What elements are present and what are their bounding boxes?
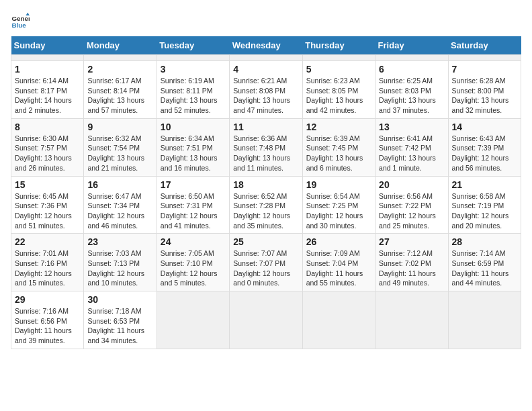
day-cell: 18Sunrise: 6:52 AM Sunset: 7:28 PM Dayli… xyxy=(230,176,302,234)
col-header-monday: Monday xyxy=(84,36,157,55)
week-row-4: 22Sunrise: 7:01 AM Sunset: 7:16 PM Dayli… xyxy=(11,234,521,291)
day-number: 10 xyxy=(161,122,226,132)
day-cell: 4Sunrise: 6:21 AM Sunset: 8:08 PM Daylig… xyxy=(230,61,302,119)
day-info: Sunrise: 6:54 AM Sunset: 7:25 PM Dayligh… xyxy=(306,191,371,231)
day-cell xyxy=(157,55,229,61)
day-number: 15 xyxy=(15,179,80,190)
day-number: 3 xyxy=(161,64,226,75)
day-info: Sunrise: 6:56 AM Sunset: 7:22 PM Dayligh… xyxy=(379,191,444,231)
day-info: Sunrise: 7:16 AM Sunset: 6:56 PM Dayligh… xyxy=(15,306,80,346)
svg-marker-2 xyxy=(26,13,30,15)
logo: General Blue xyxy=(11,11,31,30)
day-info: Sunrise: 6:28 AM Sunset: 8:00 PM Dayligh… xyxy=(452,76,517,116)
day-info: Sunrise: 7:14 AM Sunset: 6:59 PM Dayligh… xyxy=(452,248,517,288)
col-header-thursday: Thursday xyxy=(302,36,375,55)
day-info: Sunrise: 6:32 AM Sunset: 7:54 PM Dayligh… xyxy=(87,134,152,173)
day-number: 1 xyxy=(15,64,80,75)
col-header-sunday: Sunday xyxy=(11,36,84,55)
day-cell: 15Sunrise: 6:45 AM Sunset: 7:36 PM Dayli… xyxy=(11,176,84,234)
logo-icon: General Blue xyxy=(11,11,30,30)
day-info: Sunrise: 7:12 AM Sunset: 7:02 PM Dayligh… xyxy=(379,248,444,288)
day-cell: 25Sunrise: 7:07 AM Sunset: 7:07 PM Dayli… xyxy=(230,234,302,291)
day-number: 17 xyxy=(161,179,226,190)
day-number: 30 xyxy=(87,294,152,305)
day-cell: 14Sunrise: 6:43 AM Sunset: 7:39 PM Dayli… xyxy=(448,118,521,176)
day-info: Sunrise: 6:41 AM Sunset: 7:42 PM Dayligh… xyxy=(379,134,444,173)
day-number: 29 xyxy=(15,294,80,305)
day-cell: 23Sunrise: 7:03 AM Sunset: 7:13 PM Dayli… xyxy=(84,234,157,291)
col-header-wednesday: Wednesday xyxy=(230,36,302,55)
day-info: Sunrise: 6:47 AM Sunset: 7:34 PM Dayligh… xyxy=(87,191,152,231)
day-cell: 3Sunrise: 6:19 AM Sunset: 8:11 PM Daylig… xyxy=(157,61,229,119)
day-cell: 16Sunrise: 6:47 AM Sunset: 7:34 PM Dayli… xyxy=(84,176,157,234)
day-number: 26 xyxy=(306,236,371,247)
day-number: 27 xyxy=(379,236,444,247)
day-cell: 19Sunrise: 6:54 AM Sunset: 7:25 PM Dayli… xyxy=(302,176,375,234)
day-number: 24 xyxy=(161,236,226,247)
day-cell: 22Sunrise: 7:01 AM Sunset: 7:16 PM Dayli… xyxy=(11,234,84,291)
day-info: Sunrise: 6:14 AM Sunset: 8:17 PM Dayligh… xyxy=(15,76,80,116)
day-cell: 24Sunrise: 7:05 AM Sunset: 7:10 PM Dayli… xyxy=(157,234,229,291)
day-number: 23 xyxy=(87,236,152,247)
day-number: 2 xyxy=(87,64,152,75)
day-cell: 7Sunrise: 6:28 AM Sunset: 8:00 PM Daylig… xyxy=(448,61,521,119)
day-number: 14 xyxy=(452,122,517,132)
day-number: 4 xyxy=(233,64,298,75)
day-cell xyxy=(375,291,448,349)
svg-text:Blue: Blue xyxy=(11,21,26,29)
day-info: Sunrise: 7:09 AM Sunset: 7:04 PM Dayligh… xyxy=(306,248,371,288)
header-row: SundayMondayTuesdayWednesdayThursdayFrid… xyxy=(11,36,521,55)
day-number: 16 xyxy=(87,179,152,190)
day-cell xyxy=(230,55,302,61)
day-info: Sunrise: 6:30 AM Sunset: 7:57 PM Dayligh… xyxy=(15,134,80,173)
day-number: 8 xyxy=(15,122,80,132)
week-row-2: 8Sunrise: 6:30 AM Sunset: 7:57 PM Daylig… xyxy=(11,118,521,176)
day-cell: 29Sunrise: 7:16 AM Sunset: 6:56 PM Dayli… xyxy=(11,291,84,349)
day-info: Sunrise: 6:52 AM Sunset: 7:28 PM Dayligh… xyxy=(233,191,298,231)
day-cell xyxy=(230,291,302,349)
day-cell: 6Sunrise: 6:25 AM Sunset: 8:03 PM Daylig… xyxy=(375,61,448,119)
day-cell: 27Sunrise: 7:12 AM Sunset: 7:02 PM Dayli… xyxy=(375,234,448,291)
day-info: Sunrise: 6:39 AM Sunset: 7:45 PM Dayligh… xyxy=(306,134,371,173)
day-number: 11 xyxy=(233,122,298,132)
day-number: 19 xyxy=(306,179,371,190)
day-info: Sunrise: 6:34 AM Sunset: 7:51 PM Dayligh… xyxy=(161,134,226,173)
day-info: Sunrise: 6:58 AM Sunset: 7:19 PM Dayligh… xyxy=(452,191,517,231)
day-info: Sunrise: 6:43 AM Sunset: 7:39 PM Dayligh… xyxy=(452,134,517,173)
col-header-tuesday: Tuesday xyxy=(157,36,229,55)
day-info: Sunrise: 7:18 AM Sunset: 6:53 PM Dayligh… xyxy=(87,306,152,346)
day-cell xyxy=(448,291,521,349)
day-cell: 9Sunrise: 6:32 AM Sunset: 7:54 PM Daylig… xyxy=(84,118,157,176)
day-number: 22 xyxy=(15,236,80,247)
day-info: Sunrise: 6:23 AM Sunset: 8:05 PM Dayligh… xyxy=(306,76,371,116)
day-cell xyxy=(11,55,84,61)
day-cell: 21Sunrise: 6:58 AM Sunset: 7:19 PM Dayli… xyxy=(448,176,521,234)
col-header-friday: Friday xyxy=(375,36,448,55)
day-cell: 26Sunrise: 7:09 AM Sunset: 7:04 PM Dayli… xyxy=(302,234,375,291)
day-cell xyxy=(375,55,448,61)
day-number: 12 xyxy=(306,122,371,132)
col-header-saturday: Saturday xyxy=(448,36,521,55)
calendar-table: SundayMondayTuesdayWednesdayThursdayFrid… xyxy=(11,36,521,349)
day-info: Sunrise: 6:50 AM Sunset: 7:31 PM Dayligh… xyxy=(161,191,226,231)
day-info: Sunrise: 6:21 AM Sunset: 8:08 PM Dayligh… xyxy=(233,76,298,116)
day-cell xyxy=(302,55,375,61)
day-cell: 30Sunrise: 7:18 AM Sunset: 6:53 PM Dayli… xyxy=(84,291,157,349)
day-cell: 2Sunrise: 6:17 AM Sunset: 8:14 PM Daylig… xyxy=(84,61,157,119)
day-info: Sunrise: 7:05 AM Sunset: 7:10 PM Dayligh… xyxy=(161,248,226,288)
day-cell: 28Sunrise: 7:14 AM Sunset: 6:59 PM Dayli… xyxy=(448,234,521,291)
day-number: 5 xyxy=(306,64,371,75)
day-cell: 13Sunrise: 6:41 AM Sunset: 7:42 PM Dayli… xyxy=(375,118,448,176)
day-cell: 17Sunrise: 6:50 AM Sunset: 7:31 PM Dayli… xyxy=(157,176,229,234)
week-row-5: 29Sunrise: 7:16 AM Sunset: 6:56 PM Dayli… xyxy=(11,291,521,349)
day-number: 20 xyxy=(379,179,444,190)
day-info: Sunrise: 7:03 AM Sunset: 7:13 PM Dayligh… xyxy=(87,248,152,288)
day-info: Sunrise: 6:19 AM Sunset: 8:11 PM Dayligh… xyxy=(161,76,226,116)
day-cell: 11Sunrise: 6:36 AM Sunset: 7:48 PM Dayli… xyxy=(230,118,302,176)
day-info: Sunrise: 6:25 AM Sunset: 8:03 PM Dayligh… xyxy=(379,76,444,116)
day-info: Sunrise: 7:07 AM Sunset: 7:07 PM Dayligh… xyxy=(233,248,298,288)
day-info: Sunrise: 7:01 AM Sunset: 7:16 PM Dayligh… xyxy=(15,248,80,288)
week-row-1: 1Sunrise: 6:14 AM Sunset: 8:17 PM Daylig… xyxy=(11,61,521,119)
day-cell xyxy=(157,291,229,349)
week-row-0 xyxy=(11,55,521,61)
